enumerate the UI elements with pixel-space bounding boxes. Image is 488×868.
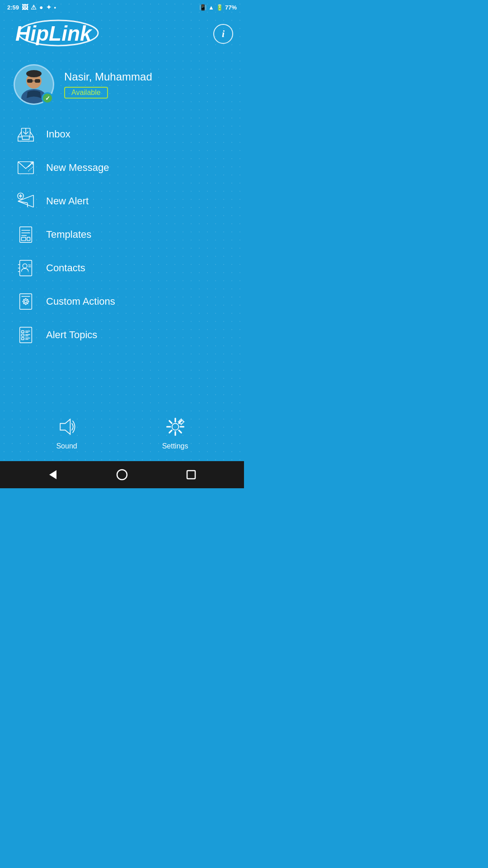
status-bar: 2:59 🖼 ⚠ ● ✦ • 📳 ▲ 🔋 77% (0, 0, 244, 13)
svg-marker-74 (49, 470, 56, 479)
status-right: 📳 ▲ 🔋 77% (199, 4, 237, 11)
svg-point-75 (117, 470, 127, 480)
contacts-label: Contacts (46, 262, 85, 274)
new-alert-label: New Alert (46, 195, 89, 207)
availability-badge: Available (64, 87, 108, 99)
settings-button[interactable]: Settings (162, 416, 188, 450)
inbox-icon (15, 124, 36, 145)
recents-button[interactable] (185, 468, 197, 481)
custom-actions-label: Custom Actions (46, 296, 115, 307)
nav-item-contacts[interactable]: Contacts (9, 251, 235, 285)
nav-item-alert-topics[interactable]: Alert Topics (9, 318, 235, 352)
custom-actions-icon (15, 291, 36, 312)
svg-rect-29 (27, 237, 30, 241)
svg-rect-28 (21, 237, 26, 241)
nav-item-templates[interactable]: Templates (9, 218, 235, 251)
svg-point-39 (24, 300, 27, 303)
nav-item-new-alert[interactable]: New Alert (9, 184, 235, 218)
svg-rect-6 (35, 79, 40, 83)
sound-button[interactable]: Sound (56, 416, 78, 450)
svg-line-15 (28, 167, 33, 171)
svg-point-31 (23, 264, 27, 268)
app-header: HipLink i (0, 13, 244, 55)
battery-percent: 77% (225, 4, 237, 11)
svg-rect-56 (21, 338, 24, 340)
dot-icon: • (54, 4, 56, 11)
hiplink-logo-svg: HipLink (11, 17, 101, 49)
vibrate-icon: 📳 (199, 4, 206, 11)
nav-item-inbox[interactable]: Inbox (9, 118, 235, 151)
new-alert-icon (15, 191, 36, 212)
sound-label: Sound (56, 442, 77, 450)
info-button[interactable]: i (213, 24, 233, 44)
bottom-toolbar: Sound Settings (0, 410, 244, 457)
inbox-label: Inbox (46, 128, 70, 140)
time-display: 2:59 (7, 4, 19, 11)
android-nav-bar (0, 461, 244, 488)
svg-marker-59 (60, 419, 70, 434)
svg-rect-76 (187, 471, 195, 479)
alert-icon: ⚠ (31, 4, 37, 11)
nav-list: Inbox New Message (0, 118, 244, 352)
svg-line-66 (178, 430, 181, 433)
status-left: 2:59 🖼 ⚠ ● ✦ • (7, 4, 56, 11)
sound-icon (56, 416, 78, 439)
svg-rect-53 (21, 334, 24, 336)
avatar-container: ✓ (14, 64, 54, 105)
logo: HipLink (11, 17, 101, 51)
settings-label: Settings (162, 442, 188, 450)
svg-text:HipLink: HipLink (15, 22, 93, 45)
alert-topics-icon (15, 325, 36, 345)
back-button[interactable] (47, 468, 59, 481)
new-message-label: New Message (46, 162, 109, 174)
battery-icon: 🔋 (216, 4, 223, 11)
svg-point-8 (26, 70, 42, 77)
alert-topics-label: Alert Topics (46, 329, 97, 341)
checkmark-icon: ✓ (45, 95, 50, 102)
whatsapp-icon: ● (39, 4, 43, 11)
info-icon: i (222, 28, 225, 40)
contacts-icon (15, 258, 36, 278)
svg-line-12 (28, 163, 33, 167)
svg-rect-5 (27, 79, 33, 83)
templates-icon (15, 224, 36, 245)
profile-section: ✓ Nasir, Muhammad Available (0, 55, 244, 118)
gallery-icon: 🖼 (22, 4, 28, 11)
nav-item-custom-actions[interactable]: Custom Actions (9, 285, 235, 318)
profile-info: Nasir, Muhammad Available (64, 71, 152, 99)
svg-rect-50 (21, 330, 24, 333)
new-message-icon (15, 157, 36, 178)
online-status-dot: ✓ (42, 92, 53, 104)
profile-name: Nasir, Muhammad (64, 71, 152, 83)
templates-label: Templates (46, 229, 91, 241)
nav-item-new-message[interactable]: New Message (9, 151, 235, 184)
svg-line-68 (169, 430, 171, 433)
wifi-icon: ▲ (208, 4, 214, 11)
svg-point-60 (172, 424, 178, 430)
svg-line-17 (18, 201, 33, 207)
home-button[interactable] (116, 468, 128, 481)
app-icon: ✦ (46, 4, 52, 11)
svg-line-65 (169, 421, 171, 423)
settings-icon (164, 416, 186, 439)
